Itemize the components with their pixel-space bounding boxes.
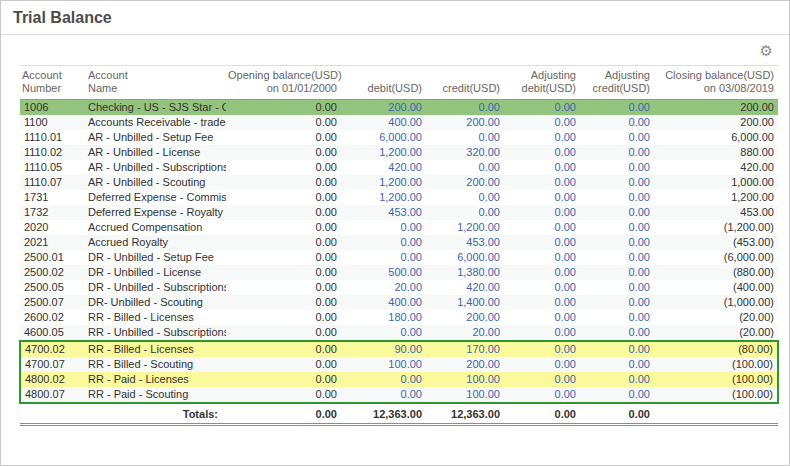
cell-credit[interactable]: 200.00 [426, 357, 504, 372]
cell-credit[interactable]: 1,380.00 [426, 265, 504, 280]
cell-debit[interactable]: 0.00 [341, 372, 426, 387]
cell-debit[interactable]: 200.00 [341, 100, 426, 116]
cell-adjusting-credit[interactable]: 0.00 [580, 190, 654, 205]
cell-credit[interactable]: 100.00 [426, 372, 504, 387]
cell-credit[interactable]: 200.00 [426, 175, 504, 190]
cell-debit[interactable]: 400.00 [341, 295, 426, 310]
cell-adjusting-debit[interactable]: 0.00 [504, 295, 580, 310]
cell-adjusting-credit[interactable]: 0.00 [580, 235, 654, 250]
cell-debit[interactable]: 0.00 [341, 250, 426, 265]
cell-debit[interactable]: 100.00 [341, 357, 426, 372]
cell-debit[interactable]: 180.00 [341, 310, 426, 325]
table-row: 1110.02AR - Unbilled - License0.001,200.… [20, 145, 778, 160]
cell-adjusting-debit[interactable]: 0.00 [504, 265, 580, 280]
cell-adjusting-credit[interactable]: 0.00 [580, 357, 654, 372]
cell-debit[interactable]: 6,000.00 [341, 130, 426, 145]
cell-adjusting-debit[interactable]: 0.00 [504, 387, 580, 403]
cell-adjusting-debit[interactable]: 0.00 [504, 160, 580, 175]
cell-adjusting-debit[interactable]: 0.00 [504, 250, 580, 265]
cell-adjusting-credit[interactable]: 0.00 [580, 280, 654, 295]
column-header-line1: Account [22, 69, 82, 82]
report-toolbar: ⚙ [1, 35, 789, 65]
cell-debit[interactable]: 0.00 [341, 325, 426, 341]
table-row: 1732Deferred Expense - Royalty0.00453.00… [20, 205, 778, 220]
cell-adjusting-debit[interactable]: 0.00 [504, 130, 580, 145]
cell-credit[interactable]: 0.00 [426, 190, 504, 205]
cell-debit[interactable]: 400.00 [341, 115, 426, 130]
cell-adjusting-credit[interactable]: 0.00 [580, 341, 654, 357]
cell-account-name: Checking - US - SJS Star - One [86, 100, 226, 116]
cell-adjusting-debit[interactable]: 0.00 [504, 280, 580, 295]
cell-opening-balance: 0.00 [226, 387, 341, 403]
cell-adjusting-debit[interactable]: 0.00 [504, 190, 580, 205]
cell-adjusting-credit[interactable]: 0.00 [580, 160, 654, 175]
cell-credit[interactable]: 170.00 [426, 341, 504, 357]
cell-adjusting-debit[interactable]: 0.00 [504, 115, 580, 130]
cell-debit[interactable]: 20.00 [341, 280, 426, 295]
cell-adjusting-credit[interactable]: 0.00 [580, 387, 654, 403]
cell-adjusting-debit[interactable]: 0.00 [504, 372, 580, 387]
cell-adjusting-debit[interactable]: 0.00 [504, 325, 580, 341]
cell-adjusting-credit[interactable]: 0.00 [580, 310, 654, 325]
page-title: Trial Balance [13, 9, 112, 26]
cell-debit[interactable]: 1,200.00 [341, 145, 426, 160]
cell-credit[interactable]: 420.00 [426, 280, 504, 295]
cell-adjusting-debit[interactable]: 0.00 [504, 175, 580, 190]
cell-adjusting-credit[interactable]: 0.00 [580, 265, 654, 280]
cell-account-name: RR - Paid - Licenses [86, 372, 226, 387]
cell-debit[interactable]: 1,200.00 [341, 190, 426, 205]
cell-credit[interactable]: 20.00 [426, 325, 504, 341]
cell-debit[interactable]: 0.00 [341, 235, 426, 250]
cell-credit[interactable]: 0.00 [426, 100, 504, 116]
column-header: Opening balance(USD)on 01/01/2000 [226, 66, 341, 100]
cell-adjusting-debit[interactable]: 0.00 [504, 100, 580, 116]
cell-adjusting-credit[interactable]: 0.00 [580, 145, 654, 160]
cell-account-name: RR - Billed - Licenses [86, 310, 226, 325]
cell-closing-balance: (100.00) [654, 387, 778, 403]
cell-adjusting-debit[interactable]: 0.00 [504, 235, 580, 250]
cell-adjusting-credit[interactable]: 0.00 [580, 205, 654, 220]
cell-credit[interactable]: 6,000.00 [426, 250, 504, 265]
cell-adjusting-debit[interactable]: 0.00 [504, 341, 580, 357]
cell-adjusting-debit[interactable]: 0.00 [504, 310, 580, 325]
cell-adjusting-credit[interactable]: 0.00 [580, 250, 654, 265]
cell-debit[interactable]: 0.00 [341, 220, 426, 235]
cell-adjusting-debit[interactable]: 0.00 [504, 205, 580, 220]
cell-debit[interactable]: 90.00 [341, 341, 426, 357]
cell-adjusting-debit[interactable]: 0.00 [504, 145, 580, 160]
cell-adjusting-credit[interactable]: 0.00 [580, 130, 654, 145]
cell-credit[interactable]: 0.00 [426, 160, 504, 175]
cell-account-name: AR - Unbilled - Scouting [86, 175, 226, 190]
cell-adjusting-credit[interactable]: 0.00 [580, 100, 654, 116]
cell-credit[interactable]: 320.00 [426, 145, 504, 160]
cell-credit[interactable]: 0.00 [426, 205, 504, 220]
cell-credit[interactable]: 1,400.00 [426, 295, 504, 310]
cell-adjusting-credit[interactable]: 0.00 [580, 372, 654, 387]
cell-debit[interactable]: 500.00 [341, 265, 426, 280]
cell-credit[interactable]: 100.00 [426, 387, 504, 403]
cell-debit[interactable]: 453.00 [341, 205, 426, 220]
cell-credit[interactable]: 200.00 [426, 115, 504, 130]
cell-adjusting-credit[interactable]: 0.00 [580, 220, 654, 235]
settings-gear-icon[interactable]: ⚙ [760, 43, 773, 58]
cell-debit[interactable]: 420.00 [341, 160, 426, 175]
cell-opening-balance: 0.00 [226, 325, 341, 341]
cell-account-number: 1110.02 [20, 145, 86, 160]
cell-adjusting-credit[interactable]: 0.00 [580, 175, 654, 190]
column-header-line1: Adjusting [506, 69, 576, 82]
cell-credit[interactable]: 1,200.00 [426, 220, 504, 235]
table-row: 4700.02RR - Billed - Licenses0.0090.0017… [20, 341, 778, 357]
cell-credit[interactable]: 0.00 [426, 130, 504, 145]
column-header-line1: Opening balance(USD) [228, 69, 337, 82]
cell-adjusting-debit[interactable]: 0.00 [504, 357, 580, 372]
cell-account-number: 2500.07 [20, 295, 86, 310]
cell-debit[interactable]: 0.00 [341, 387, 426, 403]
cell-adjusting-credit[interactable]: 0.00 [580, 295, 654, 310]
cell-adjusting-credit[interactable]: 0.00 [580, 325, 654, 341]
cell-credit[interactable]: 200.00 [426, 310, 504, 325]
cell-credit[interactable]: 453.00 [426, 235, 504, 250]
cell-debit[interactable]: 1,200.00 [341, 175, 426, 190]
cell-adjusting-credit[interactable]: 0.00 [580, 115, 654, 130]
column-header: AccountName [86, 66, 226, 100]
cell-adjusting-debit[interactable]: 0.00 [504, 220, 580, 235]
